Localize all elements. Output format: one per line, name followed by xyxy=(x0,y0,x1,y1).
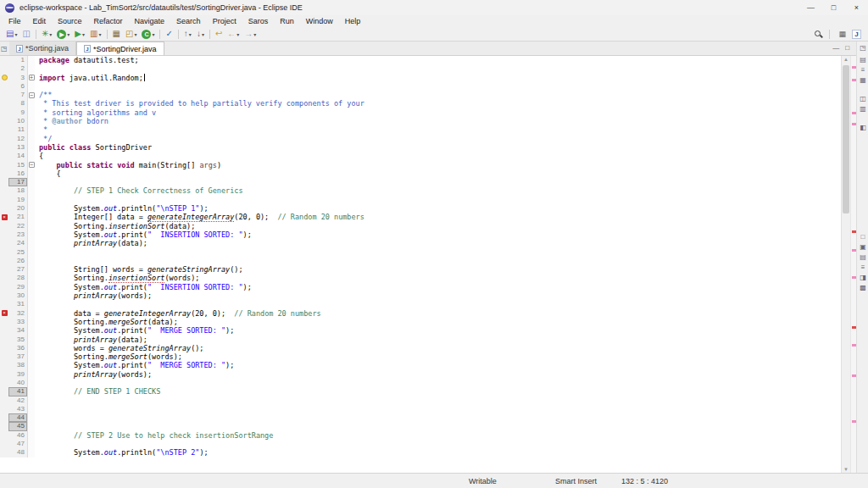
new-class-icon: C xyxy=(142,30,151,39)
code-line: 43 xyxy=(0,405,841,413)
fold-margin xyxy=(27,265,35,274)
java-perspective-icon[interactable]: J xyxy=(852,30,861,39)
menu-navigate[interactable]: Navigate xyxy=(129,17,171,25)
annotation-ruler-cell xyxy=(0,178,8,186)
dropdown-arrow-icon: ▾ xyxy=(82,31,85,37)
menu-window[interactable]: Window xyxy=(300,17,339,25)
scroll-down-icon[interactable]: ▼ xyxy=(842,467,850,472)
minimized-view-icon[interactable]: □ xyxy=(858,233,868,241)
editor-tab[interactable]: J*SortingDriver.java xyxy=(76,42,164,55)
dropdown-arrow-icon: ▾ xyxy=(134,31,136,37)
dropdown-arrow-icon: ▾ xyxy=(189,31,192,37)
fold-toggle-icon[interactable]: − xyxy=(29,162,35,168)
status-bar: Writable Smart Insert 132 : 5 : 4120 xyxy=(0,473,868,488)
vertical-scrollbar[interactable]: ▲ ▼ xyxy=(841,56,850,473)
annotation-ruler-cell xyxy=(0,413,8,422)
minimize-editor-icon[interactable]: — xyxy=(832,44,839,52)
minimized-view-icon[interactable]: ▤ xyxy=(858,253,868,261)
error-marker-icon[interactable]: × xyxy=(2,310,8,316)
toolbar-forward-button[interactable]: →▾ xyxy=(242,27,259,41)
annotation-ruler-cell: × xyxy=(0,213,8,221)
toolbar-new-class-button[interactable]: C▾ xyxy=(139,27,157,41)
minimized-view-icon[interactable]: ◨ xyxy=(858,274,868,281)
annotation-ruler-cell xyxy=(0,74,8,82)
window-title: eclipse-workspace - Lab_TimSort2/src/dat… xyxy=(19,3,303,12)
code-text: public class SortingDriver xyxy=(35,143,841,152)
annotation-ruler-cell xyxy=(0,387,8,396)
code-line: 26 xyxy=(0,257,841,265)
text-cursor xyxy=(144,74,145,81)
minimized-view-icon[interactable]: ▥ xyxy=(858,105,868,113)
toolbar-previous-annotation-button[interactable]: ↑▾ xyxy=(181,27,194,41)
toolbar-last-edit-location-button[interactable]: ↩ xyxy=(213,27,225,41)
toolbar-next-annotation-button[interactable]: ↓▾ xyxy=(194,27,207,41)
toolbar-new-wizard-button[interactable]: ▤▾ xyxy=(3,27,19,41)
fold-toggle-icon[interactable]: + xyxy=(29,75,35,80)
toolbar-run-button[interactable]: ▶▾ xyxy=(54,27,72,41)
line-number: 35 xyxy=(8,336,27,344)
toolbar-save-button[interactable]: ◫ xyxy=(19,27,32,41)
code-line: ×32 data = generateIntegerArray(20, 0); … xyxy=(0,309,841,318)
annotation-ruler-cell xyxy=(0,318,8,326)
code-line: 20 System.out.println("\nSTEP 1"); xyxy=(0,204,841,213)
toolbar-open-task-button[interactable]: ✓ xyxy=(163,27,175,41)
menu-help[interactable]: Help xyxy=(339,17,367,25)
open-perspective-icon[interactable]: ▦ xyxy=(838,30,846,38)
maximize-editor-icon[interactable]: □ xyxy=(845,44,849,52)
minimized-view-icon[interactable]: ≡ xyxy=(858,263,868,271)
warning-marker-icon[interactable] xyxy=(2,75,8,80)
menu-source[interactable]: Source xyxy=(52,17,88,25)
annotation-ruler-cell xyxy=(0,370,8,379)
minimized-view-icon[interactable]: ▤ xyxy=(858,56,868,64)
line-number: 41 xyxy=(8,387,27,396)
annotation-ruler-cell xyxy=(0,196,8,204)
line-number: 20 xyxy=(8,204,27,213)
minimize-window-button[interactable]: — xyxy=(799,0,822,15)
minimized-view-icon[interactable]: ≡ xyxy=(858,66,868,74)
code-text: String[] words = generateStringArray(); xyxy=(35,265,841,274)
editor-tab[interactable]: J*Sorting.java xyxy=(9,42,76,55)
line-number: 3 xyxy=(8,74,27,82)
new-package-icon: ◰ xyxy=(125,30,133,38)
toolbar-back-button[interactable]: ←▾ xyxy=(225,27,242,41)
menu-refactor[interactable]: Refactor xyxy=(88,17,129,25)
close-window-button[interactable]: × xyxy=(845,0,868,15)
code-line: 35 printArray(data); xyxy=(0,336,841,344)
menu-edit[interactable]: Edit xyxy=(27,17,53,25)
minimized-view-icon[interactable]: ◳ xyxy=(858,44,868,52)
fold-margin xyxy=(27,169,35,178)
code-text: // END STEP 1 CHECKS xyxy=(35,387,841,396)
annotation-ruler-cell xyxy=(0,336,8,344)
toolbar-run-external-tools-button[interactable]: ▶▾ xyxy=(72,27,87,41)
fold-margin xyxy=(27,230,35,239)
minimized-view-icon[interactable]: ▦ xyxy=(858,76,868,84)
line-number: 33 xyxy=(8,318,27,326)
code-line: 13public class SortingDriver xyxy=(0,143,841,152)
minimized-view-icon[interactable]: ▩ xyxy=(858,284,868,291)
toolbar-new-package-button[interactable]: ◰▾ xyxy=(123,27,139,41)
scroll-up-icon[interactable]: ▲ xyxy=(842,57,850,62)
toolbar-coverage-button[interactable]: ▥▾ xyxy=(87,27,103,41)
minimized-view-icon[interactable]: ◫ xyxy=(858,95,868,103)
menu-file[interactable]: File xyxy=(3,17,27,25)
menu-run[interactable]: Run xyxy=(274,17,300,25)
error-marker-icon[interactable]: × xyxy=(2,214,8,220)
code-text: * @author bdorn xyxy=(35,117,841,125)
restore-minimized-view-icon[interactable]: ◳ xyxy=(1,45,8,53)
code-line: 38 System.out.print(" MERGE SORTED: "); xyxy=(0,361,841,369)
minimized-view-icon[interactable]: ▣ xyxy=(858,243,868,251)
toolbar-new-java-project-button[interactable]: ▦ xyxy=(110,27,123,41)
line-number: 39 xyxy=(8,370,27,379)
dropdown-arrow-icon: ▾ xyxy=(67,31,70,37)
menu-search[interactable]: Search xyxy=(170,17,207,25)
code-rows[interactable]: 1package datautils.test;23+import java.u… xyxy=(0,56,841,473)
scrollbar-thumb[interactable] xyxy=(843,65,849,214)
menu-project[interactable]: Project xyxy=(207,17,242,25)
overview-ruler[interactable] xyxy=(850,56,856,473)
minimized-view-icon[interactable]: ◧ xyxy=(858,124,868,131)
maximize-window-button[interactable]: □ xyxy=(822,0,845,15)
fold-toggle-icon[interactable]: − xyxy=(29,92,35,98)
search-button[interactable] xyxy=(815,30,821,38)
menu-saros[interactable]: Saros xyxy=(242,17,275,25)
toolbar-debug-button[interactable]: ✳▾ xyxy=(39,27,54,41)
